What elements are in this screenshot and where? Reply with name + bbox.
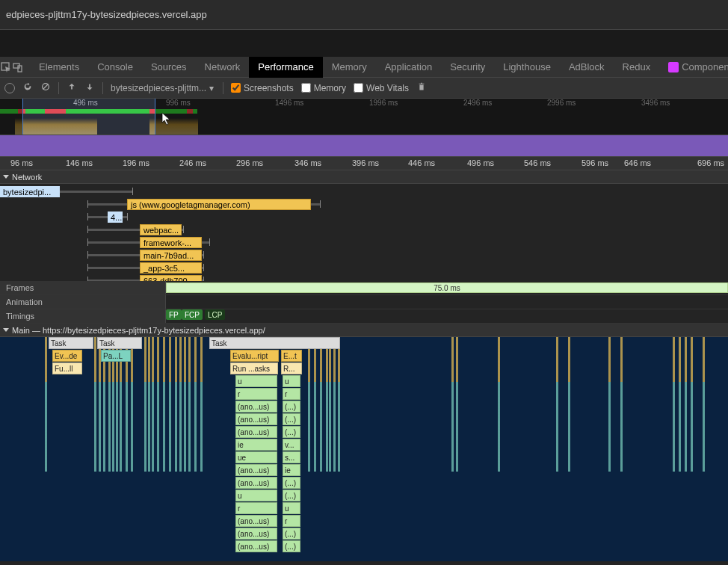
flame-bar[interactable]: (ano...us)	[235, 464, 277, 476]
flame-bar[interactable]: r	[235, 388, 277, 400]
net-resource-bar[interactable]: bytesizedpi...	[0, 186, 60, 197]
flame-bar[interactable]: u	[235, 375, 277, 387]
flame-bar[interactable]: u	[283, 502, 300, 514]
memory-label: Memory	[314, 83, 346, 93]
tab-performance[interactable]: Performance	[249, 57, 322, 78]
url-bar[interactable]: edpieces-pljttm17y-bytesizedpieces.verce…	[0, 0, 728, 30]
inspect-icon[interactable]	[0, 57, 12, 78]
flame-bar[interactable]: u	[283, 375, 300, 387]
net-resource-bar[interactable]: webpac...	[140, 224, 182, 235]
flame-bar[interactable]: Fu...ll	[52, 362, 82, 374]
main-section-header[interactable]: Main — https://bytesizedpieces-pljttm17y…	[0, 324, 728, 337]
device-icon[interactable]	[12, 57, 24, 78]
flame-bar[interactable]: r	[235, 502, 277, 514]
frame-block[interactable]: 75.0 ms	[166, 282, 728, 293]
overview-dim-left	[0, 99, 22, 135]
tab-adblock[interactable]: AdBlock	[560, 57, 614, 78]
tab-sources[interactable]: Sources	[142, 57, 196, 78]
webvitals-checkbox[interactable]: Web Vitals	[354, 83, 409, 93]
flame-bar[interactable]: (...)	[283, 528, 300, 540]
flame-bar[interactable]: r	[283, 388, 300, 400]
overview-selection[interactable]	[22, 99, 155, 135]
screenshots-input[interactable]	[231, 83, 241, 93]
clear-button[interactable]	[40, 81, 51, 94]
reload-button[interactable]	[22, 81, 33, 94]
fcp-badge[interactable]: FCP	[182, 309, 203, 320]
timings-header[interactable]: Timings	[0, 309, 166, 323]
screenshots-checkbox[interactable]: Screenshots	[231, 83, 294, 93]
flame-bar[interactable]: u	[235, 490, 277, 501]
net-resource-bar[interactable]: framework-...	[140, 237, 202, 248]
net-resource-bar[interactable]: js (www.googletagmanager.com)	[127, 199, 311, 210]
webvitals-input[interactable]	[354, 83, 363, 93]
net-resource-bar[interactable]: 4...	[108, 212, 123, 223]
upload-button[interactable]	[67, 81, 77, 94]
flame-bar[interactable]: (...)	[283, 413, 300, 425]
record-button[interactable]	[4, 83, 15, 93]
memory-checkbox[interactable]: Memory	[301, 83, 346, 93]
frames-body[interactable]: 75.0 ms	[166, 281, 728, 294]
flame-thin-bar	[568, 337, 570, 561]
flame-bar[interactable]: (...)	[283, 477, 300, 489]
flame-bar[interactable]: Task	[209, 337, 340, 349]
network-body[interactable]: bytesizedpi...js (www.googletagmanager.c…	[0, 184, 728, 281]
fp-badge[interactable]: FP	[166, 309, 182, 320]
flame-bar[interactable]: Evalu...ript	[230, 350, 279, 362]
time-ruler[interactable]: 96 ms146 ms196 ms246 ms296 ms346 ms396 m…	[0, 157, 728, 170]
flame-bar[interactable]: (...)	[283, 490, 300, 501]
flame-bar[interactable]: s...	[283, 451, 300, 463]
animation-body[interactable]	[166, 295, 728, 309]
flame-bar[interactable]: Run ...asks	[230, 362, 278, 374]
flame-graph[interactable]: TaskEv...deFu...llTaskPa...LTaskEvalu...…	[0, 337, 728, 561]
tab-application[interactable]: Application	[376, 57, 442, 78]
download-button[interactable]	[84, 81, 95, 94]
flame-bar[interactable]: Task	[49, 337, 93, 349]
flame-bar[interactable]: R...	[281, 362, 302, 374]
flame-bar[interactable]: ie	[283, 464, 300, 476]
memory-input[interactable]	[301, 83, 311, 93]
activity-bar[interactable]	[0, 135, 728, 157]
tab-console[interactable]: Console	[88, 57, 142, 78]
flame-bar[interactable]: Ev...de	[52, 350, 82, 362]
activity-cell	[135, 135, 146, 156]
flame-thin-bar	[179, 337, 182, 561]
flame-bar[interactable]: (...)	[283, 426, 300, 438]
tab-security[interactable]: Security	[441, 57, 494, 78]
tab-network[interactable]: Network	[196, 57, 250, 78]
profile-dropdown[interactable]: bytesizedpieces-pljttm... ▾	[111, 83, 215, 93]
tab-redux[interactable]: Redux	[614, 57, 660, 78]
activity-cell	[395, 135, 406, 156]
flame-bar[interactable]: (ano...us)	[235, 528, 277, 540]
animation-header[interactable]: Animation	[0, 295, 166, 309]
flame-bar[interactable]: r	[283, 515, 300, 527]
flame-bar[interactable]: v...	[283, 439, 300, 451]
flame-bar[interactable]: (...)	[283, 401, 300, 413]
flame-bar[interactable]: ue	[235, 451, 277, 463]
flame-bar[interactable]: (ano...us)	[235, 515, 277, 527]
tab-lighthouse[interactable]: Lighthouse	[494, 57, 560, 78]
tab-memory[interactable]: Memory	[323, 57, 376, 78]
frames-header[interactable]: Frames	[0, 281, 166, 294]
overview-timeline[interactable]: 496 ms996 ms1496 ms1996 ms2496 ms2996 ms…	[0, 99, 728, 135]
flame-bar[interactable]: (ano...us)	[235, 426, 277, 438]
activity-cell	[188, 135, 198, 156]
flame-bar[interactable]: (...)	[283, 540, 300, 552]
net-resource-bar[interactable]: 663-ddb700...	[140, 275, 202, 281]
tab-components[interactable]: Components	[659, 57, 728, 78]
flame-bar[interactable]: (ano...us)	[235, 540, 277, 552]
flame-bar[interactable]: (ano...us)	[235, 413, 277, 425]
lcp-badge[interactable]: LCP	[205, 309, 225, 320]
flame-bar[interactable]: Task	[97, 337, 142, 349]
timings-body[interactable]: FP FCP LCP	[166, 309, 728, 323]
tab-elements[interactable]: Elements	[30, 57, 88, 78]
flame-bar[interactable]: E...t	[281, 350, 302, 362]
trash-button[interactable]	[416, 81, 427, 94]
flame-bar[interactable]: Pa...L	[101, 350, 131, 362]
flame-bar[interactable]: (ano...us)	[235, 401, 277, 413]
flame-thin-bar	[169, 337, 171, 561]
flame-bar[interactable]: (ano...us)	[235, 477, 277, 489]
net-resource-bar[interactable]: main-7b9ad...	[140, 250, 202, 261]
network-section-header[interactable]: Network	[0, 170, 728, 184]
net-resource-bar[interactable]: _app-3c5...	[140, 262, 202, 274]
flame-bar[interactable]: ie	[235, 439, 277, 451]
